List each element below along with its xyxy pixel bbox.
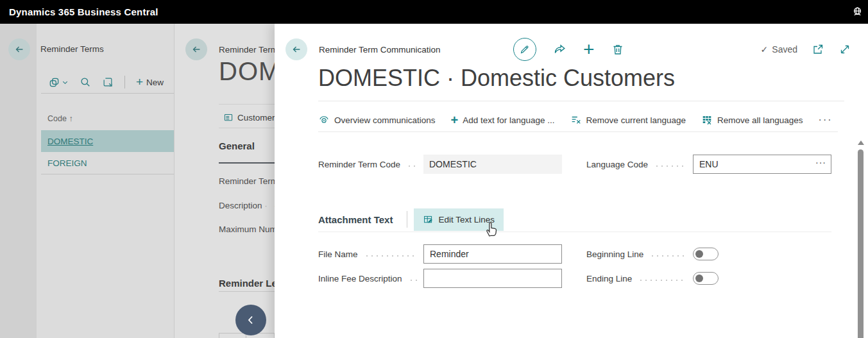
- more-actions-button[interactable]: ···: [819, 114, 833, 126]
- collapse-panel-button[interactable]: [235, 305, 266, 335]
- attachment-text-section: Attachment Text Edit Text Lines: [318, 208, 504, 231]
- delete-button[interactable]: [611, 43, 624, 56]
- dotted-leader: · · ·: [264, 201, 275, 210]
- reminder-term-code-input[interactable]: [423, 155, 562, 174]
- remove-current-language-action[interactable]: Remove current language: [570, 114, 686, 126]
- field-beginning-line: Beginning Line: [586, 244, 831, 264]
- remove-all-grid-icon: [701, 114, 713, 126]
- expand-button[interactable]: [838, 43, 851, 56]
- share-button[interactable]: [553, 43, 566, 56]
- tab-label: Customers: [237, 113, 275, 123]
- page-caption: Reminder Term Communication: [319, 45, 441, 55]
- list-icon: [223, 112, 234, 123]
- language-code-input[interactable]: [693, 155, 831, 174]
- tab-customers[interactable]: Customers: [223, 112, 275, 123]
- field-file-name: File Name: [318, 244, 562, 264]
- new-record-button[interactable]: +: [583, 42, 595, 56]
- toggle-knob: [695, 250, 703, 258]
- toolbar-separator: [124, 76, 125, 89]
- views-button[interactable]: [48, 76, 69, 89]
- analyze-icon: [102, 76, 114, 88]
- field-label-description: Description · · ·: [219, 201, 275, 210]
- search-button[interactable]: [80, 76, 91, 88]
- remove-all-languages-action[interactable]: Remove all languages: [701, 114, 803, 126]
- inline-fee-description-input[interactable]: [423, 269, 562, 288]
- open-in-new-window-button[interactable]: [812, 43, 824, 56]
- scrollbar-thumb[interactable]: [858, 149, 864, 338]
- plus-icon: +: [583, 38, 595, 60]
- back-arrow-icon: [13, 44, 25, 55]
- app-window: Dynamics 365 Business Central Reminder T…: [0, 0, 868, 338]
- ending-line-toggle[interactable]: [693, 272, 719, 285]
- add-text-for-language-action[interactable]: + Add text for language ...: [451, 115, 555, 125]
- field-inline-fee-description: Inline Fee Description: [318, 269, 562, 288]
- divider: [219, 104, 275, 105]
- list-toolbar: + New: [48, 75, 164, 89]
- beginning-line-toggle[interactable]: [693, 248, 719, 260]
- app-title[interactable]: Dynamics 365 Business Central: [9, 6, 158, 17]
- back-button[interactable]: [8, 38, 30, 60]
- list-item-domestic[interactable]: DOMESTIC: [41, 130, 174, 152]
- section-attachment-text: Attachment Text: [318, 214, 393, 225]
- section-general[interactable]: General: [219, 140, 255, 151]
- code-column-header[interactable]: Code ↑: [47, 114, 73, 123]
- divider: [219, 128, 275, 128]
- analyze-button[interactable]: [102, 76, 114, 88]
- field-label-maximum-reminders: Maximum Number of Reminders: [219, 224, 275, 234]
- new-button[interactable]: + New: [136, 78, 164, 87]
- edit-text-lines-button[interactable]: Edit Text Lines: [414, 208, 504, 231]
- button-label: Edit Text Lines: [438, 215, 495, 224]
- chevron-down-icon: [62, 79, 69, 86]
- dotted-leader: [638, 279, 686, 282]
- toolbar-divider: [41, 93, 174, 94]
- field-ending-line: Ending Line: [586, 269, 831, 288]
- vertical-scrollbar[interactable]: [856, 138, 865, 338]
- new-button-label: New: [146, 78, 164, 87]
- edit-mode-button[interactable]: [513, 38, 536, 61]
- trash-icon: [611, 43, 624, 56]
- card-title: DOMESTIC: [219, 57, 275, 86]
- lookup-ellipsis-button[interactable]: ···: [815, 157, 826, 167]
- file-name-input[interactable]: [423, 244, 562, 264]
- reminder-term-card-panel: Reminder Terms DOMESTIC Customers Genera…: [174, 24, 275, 338]
- row-code-link[interactable]: DOMESTIC: [47, 137, 93, 146]
- divider: [219, 291, 275, 292]
- field-label: File Name: [318, 249, 358, 259]
- section-reminder-levels[interactable]: Reminder Levels: [219, 278, 275, 289]
- title-divider: [318, 101, 844, 101]
- back-button[interactable]: [285, 38, 307, 60]
- page-title: DOMESTIC · Domestic Customers: [318, 65, 675, 92]
- action-label: Add text for language ...: [463, 115, 554, 125]
- overview-eye-icon: [318, 114, 330, 126]
- top-navigation-bar: Dynamics 365 Business Central: [0, 0, 868, 24]
- field-reminder-term-code: Reminder Term Code: [318, 155, 562, 174]
- dotted-leader: [364, 255, 417, 257]
- action-label: Overview communications: [334, 115, 436, 125]
- row-code-link[interactable]: FOREIGN: [47, 158, 87, 168]
- list-item-foreign[interactable]: FOREIGN: [41, 152, 174, 174]
- saved-label: Saved: [772, 44, 797, 55]
- action-toolbar: Overview communications + Add text for l…: [318, 110, 833, 130]
- edit-table-icon: [423, 214, 434, 225]
- back-arrow-icon: [191, 44, 202, 55]
- globe-icon[interactable]: [851, 6, 864, 18]
- sort-ascending-icon: ↑: [69, 114, 72, 123]
- resize-diagonal-icon: [838, 43, 851, 56]
- scroll-up-arrow[interactable]: [858, 140, 864, 145]
- window-controls: ✓ Saved: [761, 43, 851, 56]
- back-button[interactable]: [185, 38, 207, 60]
- field-label: Inline Fee Description: [318, 274, 402, 283]
- page-actions: +: [513, 38, 624, 61]
- dotted-leader: [654, 165, 686, 167]
- saved-status: ✓ Saved: [761, 44, 797, 55]
- plus-icon: +: [136, 78, 143, 87]
- share-icon: [553, 43, 566, 56]
- list-card: [37, 24, 174, 338]
- pencil-icon: [519, 44, 531, 55]
- overview-communications-action[interactable]: Overview communications: [318, 114, 436, 126]
- section-divider: [318, 232, 831, 232]
- back-arrow-icon: [291, 44, 302, 55]
- field-language-code: Language Code ···: [586, 155, 831, 174]
- field-label: Ending Line: [586, 274, 632, 283]
- dotted-leader: [409, 279, 417, 282]
